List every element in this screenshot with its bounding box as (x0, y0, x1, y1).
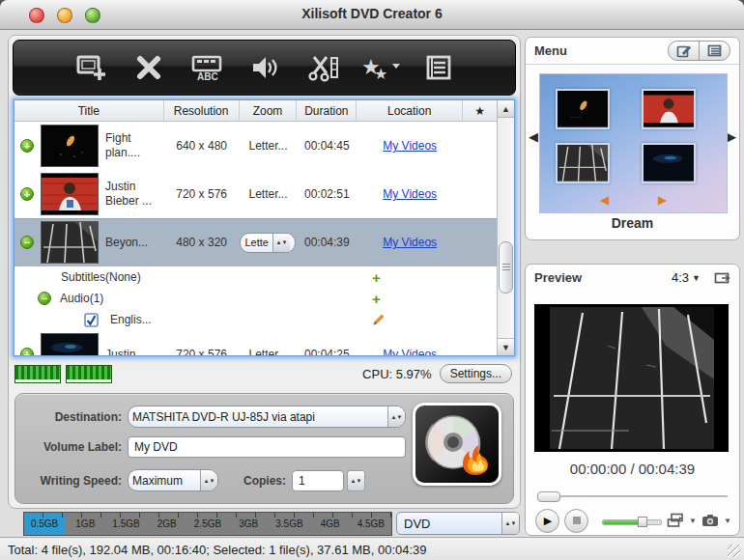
add-video-button[interactable] (70, 49, 112, 86)
window-title: Xilisoft DVD Creator 6 (0, 6, 744, 21)
tick-label: 4.5GB (351, 518, 391, 529)
volume-slider[interactable] (602, 517, 662, 525)
dvd-menu-button[interactable] (417, 49, 460, 86)
column-location[interactable]: Location (357, 100, 463, 121)
menu-template-preview[interactable]: ▪ ▪ ▪ ▪ (539, 73, 728, 213)
table-row[interactable]: + Justin Bieber ... 720 x 576 Letter... (14, 170, 497, 218)
svg-text:ABC: ABC (197, 71, 218, 82)
column-title[interactable]: Title (14, 100, 164, 121)
play-button[interactable]: ▶ (535, 509, 559, 533)
collapse-icon[interactable]: − (38, 292, 51, 305)
menu-thumb[interactable]: ▪ ▪ ▪ ▪ (556, 89, 610, 129)
previous-template-icon[interactable]: ◀ (529, 129, 538, 144)
remove-video-button[interactable] (128, 49, 170, 86)
collapse-icon[interactable]: − (20, 236, 34, 249)
preview-panel-title: Preview (534, 270, 582, 285)
snapshot-button[interactable] (701, 514, 719, 527)
add-subtitle-icon[interactable]: + (372, 269, 381, 286)
location-link[interactable]: My Videos (383, 236, 437, 249)
stepper-icon[interactable]: ▲▼ (272, 234, 290, 252)
playback-controls: ▶ ▼ (535, 508, 729, 533)
add-video-icon (73, 52, 108, 83)
column-duration[interactable]: Duration (297, 100, 357, 121)
subtitle-button[interactable]: ABC (186, 49, 228, 86)
effects-button[interactable]: ★ ★ (359, 49, 402, 86)
edit-menu-button[interactable] (669, 42, 699, 60)
subtitles-row[interactable]: Subtitles(None) + (14, 266, 497, 288)
scroll-down-icon[interactable]: ▼ (498, 338, 514, 355)
column-zoom[interactable]: Zoom (240, 100, 298, 121)
stop-button[interactable] (564, 509, 588, 533)
volume-thumb[interactable] (638, 517, 647, 527)
disc-type-select[interactable]: DVD ▲▼ (396, 512, 520, 535)
menu-prev-page-icon[interactable]: ◀ (600, 194, 609, 206)
scroll-thumb[interactable] (499, 241, 513, 294)
stop-icon (573, 517, 581, 524)
chevron-down-icon[interactable]: ▼ (724, 517, 731, 525)
destination-select[interactable]: MATSHITA DVD-R UJ-85J via atapi ▲▼ (128, 406, 406, 428)
snapshot-icon (701, 514, 719, 527)
table-row[interactable]: + Justin 720 x 576 Letter... 00:04:25 My… (14, 330, 497, 355)
next-template-icon[interactable]: ▶ (727, 129, 736, 144)
location-link[interactable]: My Videos (383, 187, 437, 201)
add-audio-icon[interactable]: + (372, 291, 381, 307)
location-link[interactable]: My Videos (383, 348, 437, 355)
cpu-meter (66, 365, 112, 383)
edit-pencil-icon[interactable] (372, 313, 386, 326)
video-title: Fight plan.... (105, 131, 164, 160)
burn-button[interactable] (413, 403, 501, 486)
tick-label: 1.5GB (105, 518, 146, 529)
device-output-button[interactable] (667, 513, 684, 528)
menu-thumb[interactable] (642, 143, 696, 183)
stepper-icon[interactable]: ▲▼ (501, 513, 519, 534)
scroll-up-icon[interactable]: ▲ (498, 100, 514, 118)
detach-preview-button[interactable] (714, 271, 730, 284)
scroll-track[interactable] (498, 118, 514, 338)
destination-label: Destination: (25, 410, 122, 424)
column-star[interactable]: ★ (463, 100, 497, 121)
expand-icon[interactable]: + (20, 139, 34, 153)
expand-icon[interactable]: + (20, 348, 34, 355)
table-row[interactable]: + Fight plan.... 640 x 480 Letter... 00:… (14, 122, 497, 170)
copies-stepper[interactable]: ▲▼ (347, 470, 365, 491)
video-zoom: Letter... (240, 139, 298, 153)
dvd-menu-icon (422, 53, 455, 82)
main-panel: ABC ★ (8, 35, 521, 509)
table-row-selected[interactable]: − Beyon... 480 x 320 Lette ▲▼ (14, 218, 497, 266)
zoom-mode-select[interactable]: Lette ▲▼ (240, 233, 296, 253)
disc-type-value: DVD (397, 517, 501, 531)
menu-list-button[interactable] (699, 42, 730, 60)
stepper-icon[interactable]: ▲▼ (200, 470, 217, 490)
menu-thumb[interactable] (642, 89, 696, 129)
video-zoom: Letter... (240, 348, 298, 355)
volume-label-input[interactable]: My DVD (128, 436, 406, 458)
location-link[interactable]: My Videos (383, 139, 437, 153)
checkbox-checked[interactable] (84, 313, 99, 327)
menu-thumb[interactable] (556, 143, 610, 183)
audio-track-row[interactable]: Englis... (14, 309, 497, 330)
settings-button[interactable]: Settings... (440, 364, 512, 383)
stepper-icon[interactable]: ▲▼ (387, 406, 405, 427)
clip-button[interactable] (301, 49, 344, 86)
menu-next-page-icon[interactable]: ▶ (658, 194, 667, 206)
scrollbar[interactable]: ▲ ▼ (497, 100, 514, 355)
writing-speed-select[interactable]: Maximum ▲▼ (128, 469, 218, 491)
title-bar: Xilisoft DVD Creator 6 (0, 0, 744, 30)
resize-grip[interactable] (728, 545, 740, 557)
copies-input[interactable]: 1 (292, 470, 344, 491)
tick-label: 3.5GB (269, 518, 309, 529)
video-preview[interactable] (534, 304, 729, 452)
column-resolution[interactable]: Resolution (164, 100, 240, 121)
tick-label: 3GB (228, 518, 269, 529)
audio-button[interactable] (243, 49, 286, 86)
seek-thumb[interactable] (537, 491, 560, 502)
expand-icon[interactable]: + (20, 187, 34, 201)
chevron-down-icon[interactable]: ▼ (689, 517, 697, 525)
seek-slider[interactable] (537, 491, 728, 500)
clip-icon (305, 52, 340, 83)
audio-row[interactable]: − Audio(1) + (14, 288, 497, 309)
aspect-ratio-select[interactable]: 4:3 ▼ (672, 270, 701, 285)
tick-label: 0.5GB (24, 518, 65, 529)
video-duration: 00:04:45 (297, 139, 357, 153)
device-output-icon (667, 513, 684, 528)
